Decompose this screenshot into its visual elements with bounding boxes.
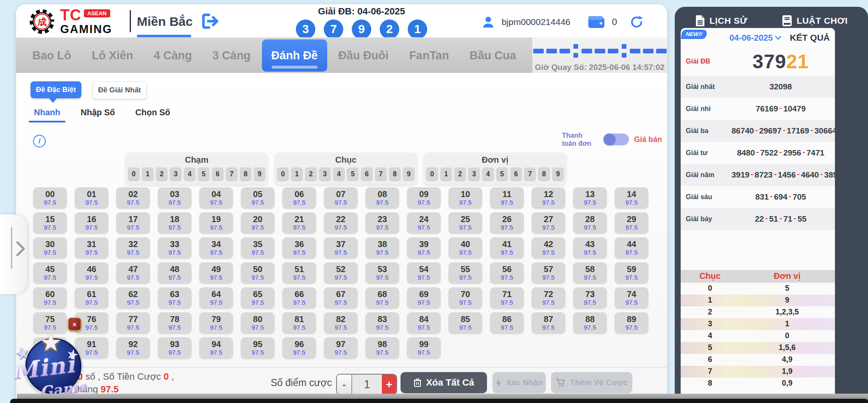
number-cell[interactable]: 3697.5 (282, 237, 316, 258)
digit-button[interactable]: 3 (170, 167, 181, 181)
number-cell[interactable]: 7397.5 (573, 287, 607, 309)
digit-button[interactable]: 0 (128, 167, 139, 181)
number-cell[interactable]: 7197.5 (490, 287, 524, 309)
number-cell[interactable]: 6697.5 (282, 287, 316, 309)
minus-button[interactable]: - (337, 375, 352, 394)
number-cell[interactable]: 5097.5 (241, 262, 275, 283)
digit-button[interactable]: 1 (291, 167, 303, 181)
number-cell[interactable]: 3397.5 (158, 237, 192, 258)
number-cell[interactable]: 6797.5 (324, 287, 358, 309)
number-cell[interactable]: 5197.5 (282, 262, 316, 283)
number-cell[interactable]: 4397.5 (573, 237, 607, 258)
nav-tab-7[interactable]: FanTan (400, 38, 458, 73)
number-cell[interactable]: 2297.5 (324, 212, 358, 233)
number-cell[interactable]: 0297.5 (116, 187, 150, 208)
digit-button[interactable]: 5 (347, 167, 359, 181)
number-cell[interactable]: 1697.5 (75, 212, 108, 233)
digit-button[interactable]: 4 (333, 167, 345, 181)
info-icon[interactable]: i (33, 135, 46, 147)
nav-tab-1[interactable]: Bao Lô (23, 38, 81, 73)
number-cell[interactable]: 5997.5 (615, 262, 648, 283)
number-cell[interactable]: 9697.5 (282, 337, 316, 359)
number-cell[interactable]: 6197.5 (75, 287, 108, 309)
number-cell[interactable]: 1497.5 (615, 187, 648, 208)
number-cell[interactable]: 5397.5 (365, 262, 399, 283)
number-cell[interactable]: 4297.5 (531, 237, 565, 258)
bet-type-special-button[interactable]: Đề Đặc Biệt (31, 81, 81, 98)
number-cell[interactable]: 4097.5 (448, 237, 482, 258)
number-cell[interactable]: 3497.5 (199, 237, 233, 258)
number-cell[interactable]: 1797.5 (116, 212, 150, 233)
digit-button[interactable]: 1 (440, 167, 452, 181)
number-cell[interactable]: 8797.5 (531, 312, 565, 334)
digit-button[interactable]: 8 (538, 167, 550, 181)
digit-button[interactable]: 7 (375, 167, 387, 181)
number-cell[interactable]: 8397.5 (365, 312, 399, 334)
digit-button[interactable]: 9 (254, 167, 265, 181)
number-cell[interactable]: 8097.5 (241, 312, 275, 334)
number-cell[interactable]: 0497.5 (199, 187, 233, 208)
price-toggle[interactable] (604, 133, 629, 145)
number-cell[interactable]: 5797.5 (531, 262, 565, 283)
digit-button[interactable]: 6 (510, 167, 522, 181)
number-cell[interactable]: 6997.5 (407, 287, 441, 309)
number-cell[interactable]: 7097.5 (448, 287, 482, 309)
number-cell[interactable]: 1197.5 (490, 187, 524, 208)
digit-button[interactable]: 5 (496, 167, 508, 181)
number-cell[interactable]: 5597.5 (448, 262, 482, 283)
number-cell[interactable]: 3297.5 (116, 237, 150, 258)
digit-button[interactable]: 7 (524, 167, 536, 181)
number-cell[interactable]: 3897.5 (365, 237, 399, 258)
digit-button[interactable]: 3 (319, 167, 331, 181)
number-cell[interactable]: 6897.5 (365, 287, 399, 309)
number-cell[interactable]: 8697.5 (490, 312, 524, 334)
number-cell[interactable]: 6597.5 (241, 287, 275, 309)
remove-selection-button[interactable]: × (68, 317, 81, 331)
number-cell[interactable]: 6297.5 (116, 287, 150, 309)
number-cell[interactable]: 4897.5 (158, 262, 192, 283)
number-cell[interactable]: 4197.5 (490, 237, 524, 258)
number-cell[interactable]: 0597.5 (241, 187, 275, 208)
history-tab[interactable]: LỊCH SỬ (695, 14, 748, 27)
nav-tab-4[interactable]: 3 Càng (203, 38, 260, 73)
number-cell[interactable]: 1997.5 (199, 212, 233, 233)
number-cell[interactable]: 3097.5 (33, 237, 67, 258)
digit-button[interactable]: 3 (468, 167, 480, 181)
nav-tab-3[interactable]: 4 Càng (145, 38, 201, 73)
number-cell[interactable]: 5897.5 (573, 262, 607, 283)
number-cell[interactable]: 6497.5 (199, 287, 233, 309)
drawer-handle[interactable] (0, 214, 27, 294)
digit-button[interactable]: 2 (454, 167, 466, 181)
number-cell[interactable]: 5297.5 (324, 262, 358, 283)
digit-button[interactable]: 2 (156, 167, 167, 181)
number-cell[interactable]: 9297.5 (116, 337, 150, 359)
number-cell[interactable]: 0397.5 (158, 187, 192, 208)
digit-button[interactable]: 1 (142, 167, 153, 181)
bet-type-first-prize-button[interactable]: Đề Giải Nhất (92, 81, 147, 99)
digit-button[interactable]: 2 (305, 167, 317, 181)
mode-tab-3[interactable]: Chọn Số (135, 108, 170, 122)
number-cell[interactable]: 9497.5 (199, 337, 233, 359)
number-cell[interactable]: 1897.5 (158, 212, 192, 233)
number-cell[interactable]: 3597.5 (241, 237, 275, 258)
number-cell[interactable]: 7297.5 (531, 287, 565, 309)
number-cell[interactable]: 0997.5 (407, 187, 441, 208)
number-cell[interactable]: 2697.5 (490, 212, 524, 233)
number-cell[interactable]: 1597.5 (33, 212, 67, 233)
number-cell[interactable]: 3997.5 (407, 237, 441, 258)
digit-button[interactable]: 0 (426, 167, 438, 181)
number-cell[interactable]: 6097.5 (33, 287, 67, 309)
number-cell[interactable]: 8497.5 (407, 312, 441, 334)
confirm-button[interactable]: Xác Nhận (492, 372, 546, 393)
number-cell[interactable]: 2397.5 (365, 212, 399, 233)
number-cell[interactable]: 5697.5 (490, 262, 524, 283)
region-label[interactable]: Miền Bắc (137, 14, 193, 29)
digit-button[interactable]: 5 (198, 167, 209, 181)
number-cell[interactable]: 4997.5 (199, 262, 233, 283)
number-cell[interactable]: 8597.5 (448, 312, 482, 334)
number-cell[interactable]: 2797.5 (531, 212, 565, 233)
number-cell[interactable]: 0797.5 (324, 187, 358, 208)
number-cell[interactable]: 2497.5 (407, 212, 441, 233)
number-cell[interactable]: 7897.5 (158, 312, 192, 334)
add-ticket-button[interactable]: Thêm Vé Cược (551, 372, 632, 393)
